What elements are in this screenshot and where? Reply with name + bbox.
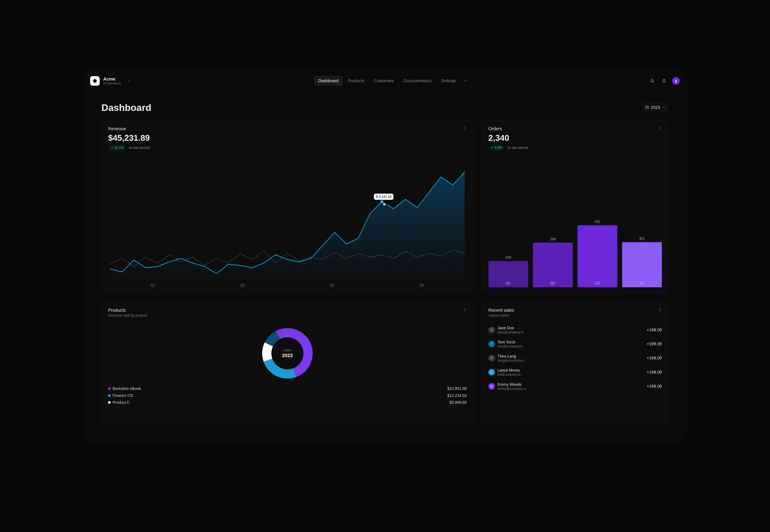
orders-head-left: Orders 2,340 8.5% vs last period [488, 126, 528, 151]
legend-value: $12.234.54 [448, 393, 467, 398]
orders-bar[interactable]: 156Q1 [488, 255, 528, 287]
sales-list: JJane Doejane@company.io+199.00TTom Yorc… [488, 324, 662, 392]
nav-settings[interactable]: Settings [437, 76, 460, 86]
sales-head: Recent sales Latest orders [488, 308, 662, 318]
bar-value: 298 [550, 237, 556, 241]
legend-swatch [108, 401, 110, 404]
svg-point-26 [660, 128, 660, 128]
sale-row[interactable]: TTheo Langtlang@company.io+199.00 [488, 353, 662, 364]
revenue-card: Revenue $45,231.89 21.1% vs last period [101, 120, 474, 293]
orders-delta-note: vs last period [507, 146, 528, 150]
sale-amount: +199.00 [647, 342, 662, 347]
legend-value: $24,951.98 [448, 386, 467, 391]
revenue-delta-note: vs last period [129, 146, 150, 150]
sale-amount: +199.00 [647, 328, 662, 332]
cursor-icon [383, 203, 387, 206]
sales-menu[interactable] [658, 308, 662, 312]
revenue-plot[interactable]: $ 2,141.18 [108, 158, 467, 281]
products-menu[interactable] [463, 308, 467, 312]
revenue-head-left: Revenue $45,231.89 21.1% vs last period [108, 126, 150, 151]
trend-up-icon [491, 146, 493, 149]
svg-rect-5 [646, 106, 648, 109]
sale-row[interactable]: JJane Doejane@company.io+199.00 [488, 324, 662, 336]
legend-row: Product C$5.999.99 [108, 400, 467, 405]
sale-row[interactable]: TTom Yorcktom@company.io+199.00 [488, 338, 662, 350]
orders-delta-pill: 8.5% [488, 145, 504, 151]
search-button[interactable] [648, 77, 656, 85]
sale-name: Lance Morey [498, 368, 521, 373]
workspace-switcher[interactable] [126, 78, 132, 84]
svg-point-6 [465, 127, 465, 127]
nav-dashboard[interactable]: Dashboard [314, 76, 343, 86]
orders-kpi-sub: 8.5% vs last period [488, 145, 528, 151]
bar-value: 301 [639, 237, 645, 241]
products-donut[interactable]: Sales 2023 [259, 325, 316, 382]
orders-menu[interactable] [658, 126, 662, 131]
sale-email: tom@company.io [498, 345, 523, 348]
orders-delta: 8.5% [495, 146, 502, 150]
svg-point-4 [675, 80, 677, 81]
svg-point-25 [660, 127, 660, 127]
orders-plot[interactable]: 156Q1298Q2432Q3301Q4 [488, 155, 662, 287]
bar-value: 432 [595, 220, 601, 224]
nav-more[interactable] [462, 76, 469, 86]
bar-value: 156 [505, 255, 511, 260]
svg-point-1 [465, 81, 466, 81]
sale-avatar: T [488, 355, 495, 361]
brand-text: Acme 8 members [103, 77, 121, 85]
svg-point-7 [465, 128, 465, 128]
sale-name: Emmy Woods [498, 382, 526, 387]
orders-bar[interactable]: 301Q4 [622, 237, 662, 287]
donut-wrap: Sales 2023 [108, 322, 467, 385]
year-picker[interactable]: 2023 [642, 103, 669, 112]
sale-avatar: T [488, 341, 495, 347]
products-head: Products Revenue split by product [108, 308, 467, 318]
svg-point-2 [466, 81, 467, 81]
sale-email: jane@company.io [498, 330, 524, 334]
revenue-menu[interactable] [463, 126, 467, 131]
nav-documentation[interactable]: Documentation [399, 76, 436, 86]
orders-bar[interactable]: 298Q2 [533, 237, 573, 287]
products-card: Products Revenue split by product Sales … [101, 302, 474, 425]
dashboard-grid: Revenue $45,231.89 21.1% vs last period [84, 120, 686, 443]
sale-amount: +199.00 [647, 370, 662, 375]
sale-amount: +199.00 [647, 356, 662, 361]
legend-row: Finance OS$12.234.54 [108, 393, 467, 398]
legend-name: Finance OS [113, 393, 133, 398]
sale-name: Theo Lang [498, 354, 525, 359]
notifications-button[interactable] [660, 77, 668, 85]
x-tick: Q1 [151, 283, 155, 287]
legend-name: Berkshire eBook [113, 386, 141, 391]
x-tick: Q3 [330, 283, 334, 287]
legend-row: Berkshire eBook$24,951.98 [108, 386, 467, 391]
revenue-kpi: $45,231.89 [108, 133, 150, 143]
svg-point-0 [464, 81, 465, 81]
orders-bar[interactable]: 432Q3 [578, 220, 617, 287]
orders-title: Orders [488, 126, 528, 131]
page-title: Dashboard [101, 102, 151, 113]
topbar: Acme 8 members Dashboard Products Custom… [84, 71, 686, 90]
revenue-delta-pill: 21.1% [108, 145, 126, 151]
revenue-xaxis: Q1Q2Q3Q4 [108, 283, 467, 287]
chart-tooltip: $ 2,141.18 [374, 193, 394, 200]
nav-customers[interactable]: Customers [370, 76, 398, 86]
profile-button[interactable] [672, 77, 680, 85]
legend-swatch [108, 394, 110, 397]
products-legend: Berkshire eBook$24,951.98Finance OS$12.2… [108, 386, 467, 405]
sale-name: Jane Doe [498, 326, 524, 330]
sale-row[interactable]: EEmmy Woodsemmy@company.io+199.00 [488, 381, 662, 392]
legend-name: Product C [113, 400, 130, 405]
app-shell: Acme 8 members Dashboard Products Custom… [83, 70, 687, 443]
sale-name: Tom Yorck [498, 340, 523, 345]
orders-head: Orders 2,340 8.5% vs last period [488, 126, 662, 151]
bar-rect: Q4 [622, 242, 662, 287]
sale-row[interactable]: LLance Moreylm@company.io+199.00 [488, 367, 662, 378]
donut-center-year: 2023 [282, 353, 293, 358]
legend-swatch [108, 387, 110, 390]
sale-avatar: L [488, 369, 495, 375]
revenue-head: Revenue $45,231.89 21.1% vs last period [108, 126, 467, 151]
recent-sales-card: Recent sales Latest orders JJane Doejane… [482, 302, 669, 425]
orders-kpi: 2,340 [488, 133, 528, 143]
nav-products[interactable]: Products [344, 76, 369, 86]
brand-logo[interactable] [90, 76, 100, 86]
